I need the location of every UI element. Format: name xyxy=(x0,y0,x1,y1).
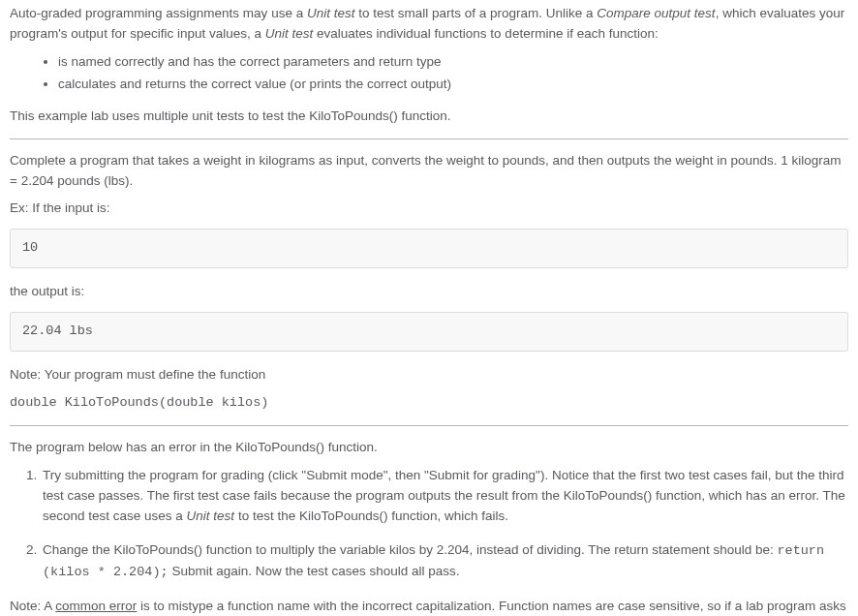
step-item: Change the KiloToPounds() function to mu… xyxy=(41,540,848,583)
text: evaluates individual functions to determ… xyxy=(313,26,658,41)
text: Note: A xyxy=(10,599,55,613)
divider xyxy=(10,139,848,139)
input-label: Ex: If the input is: xyxy=(10,199,848,219)
common-error-note: Note: A common error is to mistype a fun… xyxy=(10,597,848,616)
intro-paragraph: Auto-graded programming assignments may … xyxy=(10,4,848,45)
italic-term: Compare output test xyxy=(597,6,715,20)
steps-list: Try submitting the program for grading (… xyxy=(10,466,848,583)
intro-bullets: is named correctly and has the correct p… xyxy=(10,52,848,95)
bullet-item: is named correctly and has the correct p… xyxy=(58,52,848,73)
bullet-item: calculates and returns the correct value… xyxy=(58,75,848,95)
italic-term: Unit test xyxy=(187,508,235,523)
output-label: the output is: xyxy=(10,282,848,302)
function-signature: double KiloToPounds(double kilos) xyxy=(10,393,848,414)
input-code-block: 10 xyxy=(10,229,848,268)
italic-term: Unit test xyxy=(307,6,355,20)
example-line: This example lab uses multiple unit test… xyxy=(10,107,848,127)
step-item: Try submitting the program for grading (… xyxy=(41,466,848,527)
error-heading: The program below has an error in the Ki… xyxy=(10,438,848,458)
text: Auto-graded programming assignments may … xyxy=(10,6,307,20)
text: Submit again. Now the test cases should … xyxy=(169,564,460,578)
note-define: Note: Your program must define the funct… xyxy=(10,365,848,385)
task-description: Complete a program that takes a weight i… xyxy=(10,151,848,192)
underlined-term: common error xyxy=(55,599,137,613)
text: Change the KiloToPounds() function to mu… xyxy=(43,542,777,557)
divider xyxy=(10,425,848,426)
italic-term: Unit test xyxy=(265,26,314,41)
text: to test the KiloToPounds() function, whi… xyxy=(234,508,508,523)
text: to test small parts of a program. Unlike… xyxy=(354,6,597,20)
output-code-block: 22.04 lbs xyxy=(10,312,848,352)
